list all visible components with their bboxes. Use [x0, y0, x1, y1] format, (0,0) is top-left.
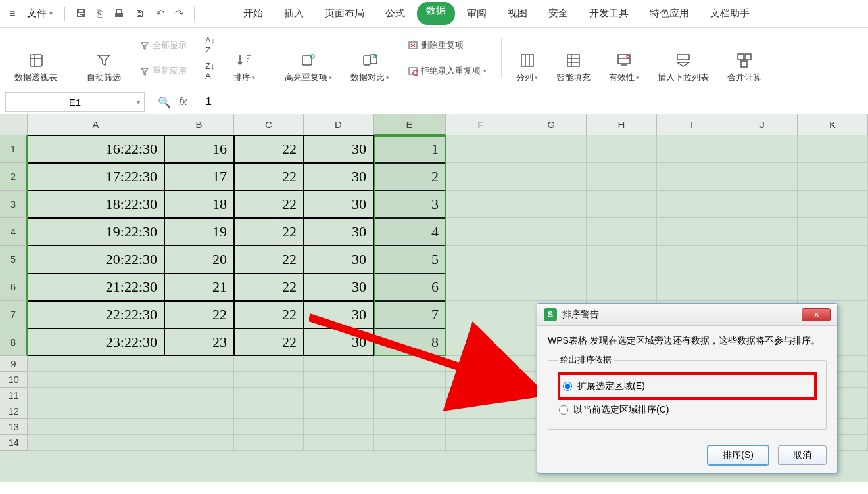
cell-H3[interactable] — [587, 191, 657, 218]
ribbon-highlight-dup[interactable]: 高亮重复项▾ — [278, 33, 339, 83]
cell-E5[interactable]: 5 — [374, 246, 446, 273]
cell-J2[interactable] — [727, 163, 798, 191]
cell-F1[interactable] — [446, 135, 516, 163]
cell-B2[interactable]: 17 — [164, 163, 234, 191]
cell-F12[interactable] — [446, 403, 516, 419]
cell-D5[interactable]: 30 — [304, 246, 374, 273]
cell-H4[interactable] — [587, 218, 657, 246]
ribbon-autofilter[interactable]: 自动筛选 — [80, 33, 128, 83]
ribbon-sort-desc[interactable]: Z↓A — [203, 60, 218, 82]
ribbon-sort[interactable]: 排序▾ — [227, 33, 262, 83]
cell-I5[interactable] — [657, 246, 727, 273]
print-preview-icon[interactable]: 🗎 — [131, 5, 149, 22]
cell-A13[interactable] — [28, 419, 164, 435]
cell-H2[interactable] — [587, 163, 657, 191]
cell-B10[interactable] — [164, 372, 234, 388]
cell-F2[interactable] — [446, 163, 516, 191]
cell-B3[interactable]: 18 — [164, 191, 234, 218]
save-icon[interactable]: 🖫 — [72, 5, 90, 22]
ribbon-sort-asc[interactable]: A↓Z — [203, 34, 218, 56]
cell-B13[interactable] — [164, 419, 234, 435]
cell-B14[interactable] — [164, 435, 234, 451]
ribbon-pivot[interactable]: 数据透视表 — [8, 33, 64, 83]
cell-F10[interactable] — [446, 372, 516, 388]
tab-插入[interactable]: 插入 — [275, 2, 313, 25]
cell-E14[interactable] — [374, 435, 446, 451]
cell-D13[interactable] — [304, 419, 374, 435]
cell-F8[interactable] — [446, 328, 516, 356]
cell-C3[interactable]: 22 — [234, 191, 304, 218]
col-header-K[interactable]: K — [798, 114, 868, 135]
cell-B7[interactable]: 22 — [164, 301, 234, 328]
cell-E8[interactable]: 8 — [374, 328, 446, 356]
tab-页面布局[interactable]: 页面布局 — [316, 2, 374, 25]
cell-K3[interactable] — [798, 191, 868, 218]
chevron-down-icon[interactable]: ▾ — [137, 99, 140, 106]
ribbon-compare[interactable]: 数据对比▾ — [344, 33, 396, 83]
tab-审阅[interactable]: 审阅 — [458, 2, 496, 25]
row-header-2[interactable]: 2 — [0, 163, 28, 191]
col-header-B[interactable]: B — [164, 114, 234, 135]
cell-B1[interactable]: 16 — [164, 135, 234, 163]
cell-H5[interactable] — [587, 246, 657, 273]
tab-安全[interactable]: 安全 — [539, 2, 577, 25]
col-header-I[interactable]: I — [657, 114, 727, 135]
cell-E10[interactable] — [374, 372, 446, 388]
cell-F5[interactable] — [446, 246, 516, 273]
radio-input[interactable] — [563, 382, 572, 391]
cell-E4[interactable]: 4 — [374, 218, 446, 246]
dialog-titlebar[interactable]: S 排序警告 ✕ — [537, 304, 837, 326]
cell-I6[interactable] — [657, 273, 727, 301]
row-header-8[interactable]: 8 — [0, 328, 28, 356]
cell-C12[interactable] — [234, 403, 304, 419]
cell-E13[interactable] — [374, 419, 446, 435]
row-header-3[interactable]: 3 — [0, 191, 28, 218]
col-header-D[interactable]: D — [304, 114, 374, 135]
tab-视图[interactable]: 视图 — [498, 2, 537, 25]
radio-current-selection[interactable]: 以当前选定区域排序(C) — [558, 400, 817, 420]
col-header-C[interactable]: C — [234, 114, 304, 135]
ribbon-split[interactable]: 分列▾ — [510, 33, 544, 83]
cell-D12[interactable] — [304, 403, 374, 419]
cell-C8[interactable]: 22 — [234, 328, 304, 356]
cell-A2[interactable]: 17:22:30 — [28, 163, 164, 191]
cell-B11[interactable] — [164, 388, 234, 403]
cell-E12[interactable] — [374, 403, 446, 419]
cell-A5[interactable]: 20:22:30 — [28, 246, 164, 273]
cell-C11[interactable] — [234, 388, 304, 403]
cell-A6[interactable]: 21:22:30 — [28, 273, 164, 301]
cell-I3[interactable] — [657, 191, 727, 218]
tab-数据[interactable]: 数据 — [417, 2, 455, 25]
row-header-7[interactable]: 7 — [0, 301, 28, 328]
ribbon-validity[interactable]: 有效性▾ — [602, 33, 646, 83]
cell-B6[interactable]: 21 — [164, 273, 234, 301]
cell-C4[interactable]: 22 — [234, 218, 304, 246]
cell-H1[interactable] — [587, 135, 657, 163]
row-header-4[interactable]: 4 — [0, 218, 28, 246]
cell-A12[interactable] — [28, 403, 164, 419]
cell-B4[interactable]: 19 — [164, 218, 234, 246]
cell-K1[interactable] — [798, 135, 868, 163]
cell-D6[interactable]: 30 — [304, 273, 374, 301]
print-icon[interactable]: 🖶 — [110, 5, 128, 22]
name-box[interactable]: E1 ▾ — [5, 92, 145, 112]
cell-J1[interactable] — [727, 135, 798, 163]
cell-J6[interactable] — [727, 273, 798, 301]
ribbon-dropdown[interactable]: 插入下拉列表 — [651, 33, 715, 83]
cell-B9[interactable] — [164, 356, 234, 372]
fx-icon[interactable]: fx — [179, 96, 187, 108]
cell-E6[interactable]: 6 — [374, 273, 446, 301]
cell-C9[interactable] — [234, 356, 304, 372]
cell-A8[interactable]: 23:22:30 — [28, 328, 164, 356]
cell-B5[interactable]: 20 — [164, 246, 234, 273]
cell-D3[interactable]: 30 — [304, 191, 374, 218]
search-icon[interactable]: 🔍 — [158, 96, 171, 108]
radio-input[interactable] — [559, 405, 568, 415]
ribbon-reject-dup[interactable]: 拒绝录入重复项▾ — [405, 64, 489, 78]
cell-G5[interactable] — [516, 246, 587, 273]
cell-F4[interactable] — [446, 218, 516, 246]
cancel-button[interactable]: 取消 — [778, 445, 827, 465]
row-header-13[interactable]: 13 — [0, 419, 28, 435]
cell-I1[interactable] — [657, 135, 727, 163]
cell-K4[interactable] — [798, 218, 868, 246]
